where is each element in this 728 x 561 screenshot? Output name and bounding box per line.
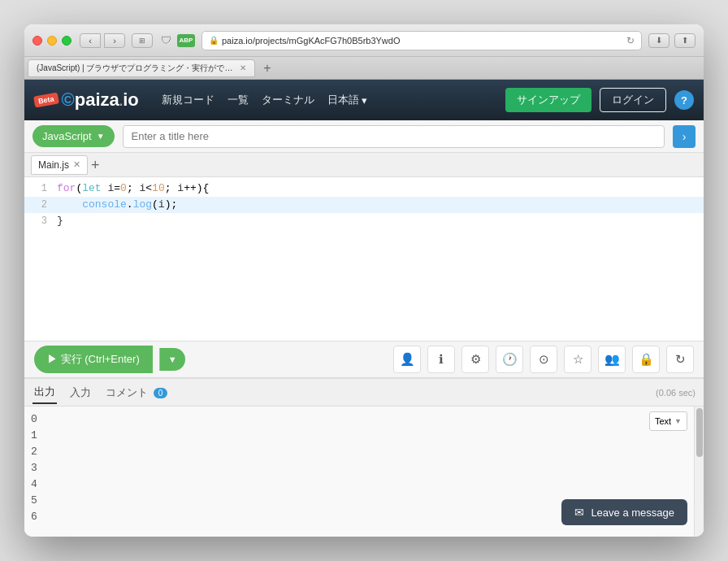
logo-area: Beta ©paiza.io xyxy=(34,89,139,111)
line-number-2: 2 xyxy=(24,197,54,213)
title-input[interactable] xyxy=(123,125,665,148)
bottom-icons: 👤 ℹ ⚙ 🕐 ⊙ ☆ 👥 🔒 ↻ xyxy=(393,346,694,373)
reader-button[interactable]: ⊞ xyxy=(132,33,153,48)
output-time: (0.06 sec) xyxy=(656,388,696,398)
file-tab-label: Main.js xyxy=(38,159,69,171)
output-line-numbers: 0 1 2 3 4 5 6 xyxy=(24,407,63,537)
output-content: 0 1 2 3 4 5 6 Text ▼ ✉ Leave a message xyxy=(24,407,704,537)
tab-output[interactable]: 出力 xyxy=(32,381,57,404)
navbar-links: 新規コード 一覧 ターミナル 日本語 ▾ xyxy=(162,93,367,107)
tab-close-icon[interactable]: ✕ xyxy=(240,63,246,72)
tab-comment[interactable]: コメント 0 xyxy=(104,382,169,403)
navbar: Beta ©paiza.io 新規コード 一覧 ターミナル 日本語 ▾ サインア… xyxy=(24,80,704,120)
output-num-3: 3 xyxy=(24,460,63,476)
titlebar-actions: ⬇ ⬆ xyxy=(648,33,696,48)
nav-language[interactable]: 日本語 ▾ xyxy=(327,93,367,107)
file-tab-close-icon[interactable]: ✕ xyxy=(73,159,80,170)
forward-button[interactable]: › xyxy=(104,33,125,48)
run-button[interactable]: ▶ 実行 (Ctrl+Enter) xyxy=(34,346,153,373)
line-content-1: for(let i=0; i<10; i++){ xyxy=(54,180,704,197)
scrollbar-thumb[interactable] xyxy=(696,408,703,457)
beta-badge: Beta xyxy=(33,93,58,108)
main-js-tab[interactable]: Main.js ✕ xyxy=(31,155,88,175)
output-num-0: 0 xyxy=(24,411,63,428)
refresh-icon[interactable]: ↻ xyxy=(626,35,635,46)
envelope-icon: ✉ xyxy=(574,506,584,519)
output-panel: 出力 入力 コメント 0 (0.06 sec) 0 1 2 3 4 5 6 Te… xyxy=(24,378,704,537)
share-button[interactable]: ⬆ xyxy=(674,33,696,48)
code-editor[interactable]: 1 for(let i=0; i<10; i++){ 2 console.log… xyxy=(24,177,704,341)
close-button[interactable] xyxy=(32,36,42,46)
nav-buttons: ‹ › xyxy=(80,33,125,48)
history-icon[interactable]: 🕐 xyxy=(496,346,523,373)
chevron-down-icon: ▾ xyxy=(362,94,367,107)
output-num-4: 4 xyxy=(24,476,63,493)
file-tabs: Main.js ✕ + xyxy=(24,153,704,177)
url-text: paiza.io/projects/mGgKAcFG7h0B5rb3YwdO xyxy=(222,36,623,46)
bottom-toolbar: ▶ 実行 (Ctrl+Enter) ▼ 👤 ℹ ⚙ 🕐 ⊙ ☆ 👥 🔒 ↻ xyxy=(24,341,704,378)
minimize-button[interactable] xyxy=(47,36,57,46)
info-icon[interactable]: ℹ xyxy=(427,346,455,373)
code-line-3: 3 } xyxy=(24,213,704,229)
add-file-button[interactable]: + xyxy=(91,158,100,172)
line-content-3: } xyxy=(54,213,704,229)
navbar-actions: サインアップ ログイン ? xyxy=(505,88,694,112)
browser-tab[interactable]: (JavaScript) | ブラウザでプログラミング・実行ができる「オンライン… xyxy=(28,59,255,77)
lock-icon[interactable]: 🔒 xyxy=(632,346,660,373)
leave-message-label: Leave a message xyxy=(591,507,674,519)
titlebar: ‹ › ⊞ 🛡 ABP 🔒 paiza.io/projects/mGgKAcFG… xyxy=(24,24,704,57)
tab-input[interactable]: 入力 xyxy=(68,382,93,403)
lock-icon: 🔒 xyxy=(209,36,219,45)
refresh-icon[interactable]: ↻ xyxy=(666,346,694,373)
back-button[interactable]: ‹ xyxy=(80,33,101,48)
tabbar: (JavaScript) | ブラウザでプログラミング・実行ができる「オンライン… xyxy=(24,57,704,80)
tab-title: (JavaScript) | ブラウザでプログラミング・実行ができる「オンライン… xyxy=(37,63,235,74)
maximize-button[interactable] xyxy=(62,36,72,46)
nav-new-code[interactable]: 新規コード xyxy=(162,93,214,107)
comment-count: 0 xyxy=(154,388,168,398)
output-num-2: 2 xyxy=(24,444,63,460)
editor-toolbar: JavaScript ▼ › xyxy=(24,120,704,153)
language-selector[interactable]: JavaScript ▼ xyxy=(32,125,115,147)
output-num-6: 6 xyxy=(24,509,63,525)
run-dropdown-button[interactable]: ▼ xyxy=(159,348,185,371)
selector-arrow-icon: ▼ xyxy=(674,417,682,425)
lang-dropdown-icon: ▼ xyxy=(97,132,105,141)
traffic-lights xyxy=(32,36,72,46)
language-label: JavaScript xyxy=(42,130,92,142)
text-selector-area: Text ▼ xyxy=(649,411,687,431)
line-content-2: console.log(i); xyxy=(54,197,704,213)
output-scrollbar[interactable] xyxy=(694,407,704,537)
signup-button[interactable]: サインアップ xyxy=(505,88,592,112)
line-number-3: 3 xyxy=(24,213,54,229)
new-tab-button[interactable]: + xyxy=(258,59,276,77)
login-button[interactable]: ログイン xyxy=(600,88,666,112)
url-bar[interactable]: 🔒 paiza.io/projects/mGgKAcFG7h0B5rb3YwdO… xyxy=(202,31,642,50)
leave-message-button[interactable]: ✉ Leave a message xyxy=(561,499,687,525)
star-icon[interactable]: ☆ xyxy=(564,346,592,373)
output-tabs: 出力 入力 コメント 0 (0.06 sec) xyxy=(24,379,704,407)
nav-list[interactable]: 一覧 xyxy=(228,93,249,107)
logo: ©paiza.io xyxy=(62,89,139,111)
user-icon[interactable]: 👤 xyxy=(393,346,421,373)
settings-icon[interactable]: ⚙ xyxy=(462,346,489,373)
nav-terminal[interactable]: ターミナル xyxy=(262,93,314,107)
adblock-icon: ABP xyxy=(177,34,195,47)
code-line-1: 1 for(let i=0; i<10; i++){ xyxy=(24,180,704,197)
code-line-2: 2 console.log(i); xyxy=(24,197,704,213)
scroll-right-button[interactable]: › xyxy=(673,125,696,148)
share-icon[interactable]: 👥 xyxy=(598,346,626,373)
text-format-selector[interactable]: Text ▼ xyxy=(649,411,687,431)
help-button[interactable]: ? xyxy=(674,90,694,110)
output-num-5: 5 xyxy=(24,493,63,509)
shield-icon: 🛡 xyxy=(158,33,174,49)
line-number-1: 1 xyxy=(24,180,54,197)
github-icon[interactable]: ⊙ xyxy=(530,346,557,373)
text-selector-label: Text xyxy=(655,416,671,426)
download-button[interactable]: ⬇ xyxy=(648,33,670,48)
output-num-1: 1 xyxy=(24,428,63,444)
